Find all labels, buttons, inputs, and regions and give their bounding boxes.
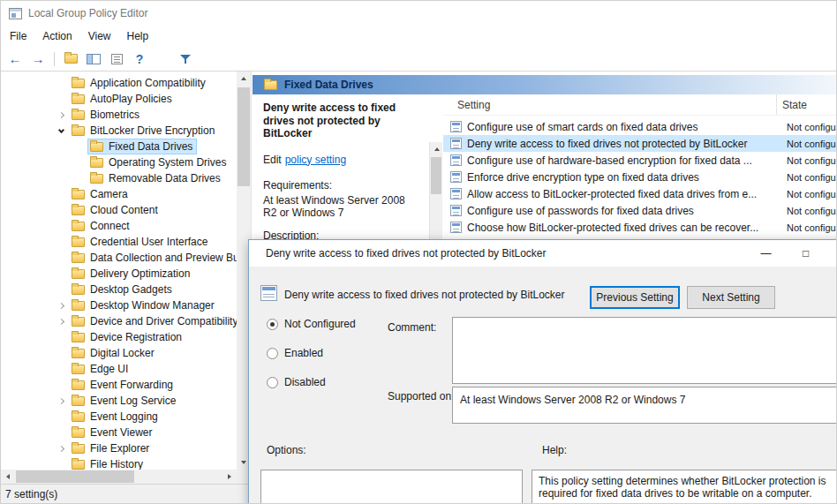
radio-enabled[interactable]: Enabled [267,347,323,359]
tree-item-target[interactable]: Credential User Interface [70,235,211,249]
settings-row[interactable]: Allow access to BitLocker-protected fixe… [443,185,836,202]
tree-item-target[interactable]: Delivery Optimization [70,267,193,281]
menu-file[interactable]: File [2,27,34,45]
tree-item-target[interactable]: Connect [70,219,133,233]
tree-item[interactable]: Data Collection and Preview Bu [1,250,237,266]
tree-item-target[interactable]: Application Compatibility [70,76,209,90]
menu-view[interactable]: View [80,27,119,45]
tree-item[interactable]: File History [1,456,237,470]
previous-setting-button[interactable]: Previous Setting [590,286,680,309]
tree-item-target[interactable]: Removable Data Drives [88,171,224,185]
radio-button-icon[interactable] [267,319,278,330]
settings-row[interactable]: Choose how BitLocker-protected fixed dri… [443,219,836,236]
setting-name: Choose how BitLocker-protected fixed dri… [462,222,781,234]
tree-item-target[interactable]: Camera [70,187,132,201]
scroll-right-button[interactable] [222,470,237,484]
tree-item-target[interactable]: Edge UI [70,362,132,376]
menu-action[interactable]: Action [34,27,79,45]
tree-item[interactable]: AutoPlay Policies [1,91,237,107]
radio-button-icon[interactable] [267,348,278,359]
tree-item[interactable]: Device and Driver Compatibility [1,313,237,329]
export-list-icon[interactable] [106,49,127,69]
tree-item[interactable]: Digital Locker [1,345,237,361]
tree-item-target[interactable]: Fixed Data Drives [88,139,196,154]
next-setting-button[interactable]: Next Setting [687,286,775,309]
tree-item[interactable]: Desktop Gadgets [1,282,237,297]
tree-item-target[interactable]: Digital Locker [70,346,158,360]
tree-item[interactable]: Connect [1,218,237,234]
radio-not-configured[interactable]: Not Configured [267,318,356,330]
scroll-left-button[interactable] [1,470,15,484]
tree-item[interactable]: Cloud Content [1,202,237,218]
chevron-right-icon[interactable] [52,393,70,409]
tree-item[interactable]: Removable Data Drives [1,170,237,186]
tree-item-label: Cloud Content [90,204,158,216]
console-tree-icon[interactable] [83,49,104,69]
tree-item[interactable]: Fixed Data Drives [1,139,237,154]
back-icon[interactable]: ← [4,49,26,69]
tree-item-target[interactable]: Event Forwarding [70,378,177,392]
tree-item-target[interactable]: Event Logging [70,410,162,424]
scrollbar-thumb[interactable] [16,470,134,483]
help-icon[interactable]: ? [129,49,150,69]
chevron-right-icon[interactable] [52,440,70,456]
column-header-state[interactable]: State [776,94,836,115]
tree-item[interactable]: Event Logging [1,409,237,425]
tree-item-target[interactable]: Cloud Content [70,203,162,217]
tree-item-target[interactable]: Operating System Drives [88,155,230,169]
policy-setting-link[interactable]: policy setting [285,154,346,166]
scrollbar-thumb[interactable] [238,87,250,186]
scroll-up-button[interactable] [237,71,251,86]
chevron-down-icon[interactable] [52,123,70,139]
scrollbar-thumb[interactable] [431,157,441,194]
tree-item-target[interactable]: Desktop Gadgets [70,282,176,297]
tree-item-target[interactable]: Device Registration [70,330,185,344]
settings-row[interactable]: Deny write access to fixed drives not pr… [443,135,836,152]
filter-icon[interactable] [175,49,196,69]
tree-item-target[interactable]: Event Viewer [70,425,155,440]
forward-icon[interactable]: → [27,49,49,69]
tree-item[interactable]: Operating System Drives [1,154,237,170]
tree-item-target[interactable]: File Explorer [70,441,153,455]
settings-row[interactable]: Configure use of hardware-based encrypti… [443,152,836,169]
action-pane-icon[interactable] [152,49,173,69]
comment-textarea[interactable] [452,317,837,384]
tree-item-target[interactable]: BitLocker Drive Encryption [70,124,218,138]
settings-row[interactable]: Configure use of smart cards on fixed da… [443,118,836,135]
tree-item[interactable]: Credential User Interface [1,234,237,250]
tree-item[interactable]: Edge UI [1,361,237,377]
radio-button-icon[interactable] [267,377,278,388]
settings-row[interactable]: Configure use of passwords for fixed dat… [443,202,836,219]
tree-horizontal-scrollbar[interactable] [1,470,237,484]
tree-item[interactable]: Device Registration [1,329,237,345]
tree-item[interactable]: Biometrics [1,107,237,123]
maximize-icon[interactable]: □ [786,240,826,267]
tree-item-target[interactable]: Desktop Window Manager [70,298,218,312]
chevron-right-icon[interactable] [52,297,70,313]
tree-item[interactable]: Camera [1,186,237,202]
close-icon[interactable]: ✕ [826,240,837,267]
tree-item-target[interactable]: Device and Driver Compatibility [70,314,237,328]
scroll-up-button[interactable] [430,142,443,156]
tree-item[interactable]: Event Forwarding [1,377,237,393]
settings-row[interactable]: Enforce drive encryption type on fixed d… [443,169,836,185]
tree-item[interactable]: Event Log Service [1,393,237,409]
tree-item-target[interactable]: File History [70,457,147,470]
tree-item[interactable]: Application Compatibility [1,75,237,91]
tree-item[interactable]: BitLocker Drive Encryption [1,123,237,139]
tree-item[interactable]: Event Viewer [1,425,237,440]
tree-item-target[interactable]: Event Log Service [70,394,179,408]
menu-help[interactable]: Help [119,27,157,45]
radio-disabled[interactable]: Disabled [267,376,326,388]
tree-item-target[interactable]: Biometrics [70,108,143,122]
tree-item[interactable]: Delivery Optimization [1,266,237,282]
tree-item[interactable]: Desktop Window Manager [1,297,237,313]
chevron-right-icon[interactable] [52,313,70,329]
tree-item[interactable]: File Explorer [1,440,237,456]
chevron-right-icon[interactable] [52,107,70,123]
tree-item-target[interactable]: Data Collection and Preview Bu [70,251,237,265]
minimize-icon[interactable]: — [746,240,786,267]
up-folder-icon[interactable] [60,49,81,69]
column-header-setting[interactable]: Setting [443,94,776,115]
tree-item-target[interactable]: AutoPlay Policies [70,92,176,106]
